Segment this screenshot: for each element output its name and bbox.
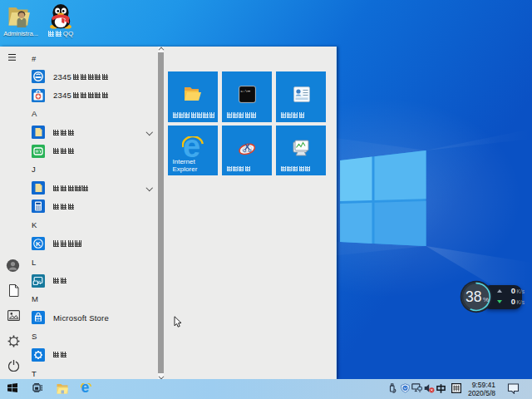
svg-text:%: %: [483, 296, 489, 303]
svg-text:C:\: C:\: [241, 89, 248, 93]
svg-text:K: K: [36, 240, 41, 248]
svg-text:38: 38: [466, 288, 481, 305]
